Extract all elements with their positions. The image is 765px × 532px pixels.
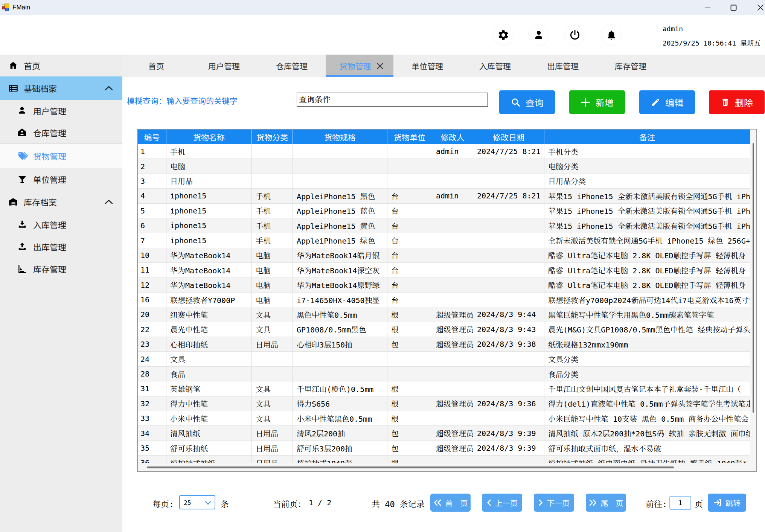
table-cell: iphone15 <box>166 189 252 203</box>
jump-button[interactable]: 跳转 <box>708 494 746 512</box>
table-cell: 超级管理员 <box>432 426 473 441</box>
profile-button[interactable] <box>528 24 549 46</box>
table-row[interactable]: 7iphone15手机AppleiPhone15 绿色台全新未激活美版有锁全网通… <box>138 233 750 248</box>
last-page-button[interactable]: 尾 页 <box>586 494 626 512</box>
search-label: 模糊查询：输入要查询的关键字 <box>127 95 238 106</box>
delete-button[interactable]: 删除 <box>709 90 765 114</box>
table-row[interactable]: 28食品食品分类 <box>138 367 750 381</box>
table-cell: 台 <box>387 218 432 233</box>
settings-button[interactable] <box>493 24 514 46</box>
sidebar: 首页基础档案用户管理仓库管理货物管理单位管理库存档案入库管理出库管理库存管理 <box>0 55 122 532</box>
goto-page-input[interactable] <box>669 496 691 510</box>
sidebar-item-3[interactable]: 仓库管理 <box>0 121 122 143</box>
tab-5[interactable]: 入库管理 <box>461 55 529 77</box>
table-cell: 苹果15 iPhone15 全新未激活美版有锁全网通5G手机 iPhon <box>544 189 750 203</box>
table-row[interactable]: 1手机admin2024/7/25 8:21手机分类 <box>138 144 750 159</box>
tab-3[interactable]: 货物管理 <box>326 55 393 77</box>
table-row[interactable]: 35舒可乐抽纸日用品舒可乐3层200抽包超级管理员2024/8/3 9:39舒可… <box>138 441 750 456</box>
table-row[interactable]: 24文具文具分类 <box>138 352 750 366</box>
table-cell: 台 <box>387 189 432 203</box>
maximize-button[interactable] <box>725 0 742 15</box>
table-row[interactable]: 12华为MateBook14电脑华为MateBook14原野绿台酷睿 Ultra… <box>138 278 750 293</box>
table-row[interactable]: 10华为MateBook14电脑华为MateBook14皓月银台酷睿 Ultra… <box>138 248 750 263</box>
table-cell <box>432 248 473 263</box>
tab-4[interactable]: 单位管理 <box>393 55 461 77</box>
table-cell: 台 <box>387 204 432 218</box>
next-page-button[interactable]: 下一页 <box>534 494 574 512</box>
table-cell: 苹果15 iPhone15 全新未激活美版有锁全网通5G手机 iPhon <box>544 218 750 233</box>
table-row[interactable]: 16联想拯救者Y7000P电脑i7-14650HX-4050独显台联想拯救者y7… <box>138 293 750 307</box>
table-row[interactable]: 23心相印抽纸日用品心相印3层150抽包超级管理员2024/8/3 9:38纸张… <box>138 337 750 352</box>
table-row[interactable]: 32得力中性笔文具得力S656根超级管理员2024/8/3 9:36得力(del… <box>138 396 750 411</box>
sidebar-item-4[interactable]: 货物管理 <box>0 143 122 168</box>
table-header-cell[interactable]: 货物单位 <box>387 130 432 144</box>
table-row[interactable]: 36植护挂式抽纸日用品植护挂式1040张提植护挂式抽纸 纸巾面巾纸 悬挂卫生纸抽… <box>138 456 750 463</box>
tab-1[interactable]: 用户管理 <box>190 55 258 77</box>
notifications-button[interactable] <box>601 24 622 46</box>
table-header-cell[interactable]: 修改日期 <box>473 130 544 144</box>
table-row[interactable]: 22晨光中性笔文具GP1008/0.5mm黑色根超级管理员2024/8/3 9:… <box>138 322 750 337</box>
table-cell: 20 <box>138 307 166 322</box>
logout-button[interactable] <box>564 24 585 46</box>
prev-page-button[interactable]: 上一页 <box>482 494 522 512</box>
chevron-down-icon <box>205 501 211 505</box>
table-row[interactable]: 31英雄钢笔文具千里江山(橙色)0.5mm根千里江山文创中国风复古笔记本本子礼盒… <box>138 381 750 396</box>
table-row[interactable]: 2电脑电脑分类 <box>138 159 750 174</box>
goto-label: 前往: <box>646 498 667 509</box>
table-header-cell[interactable]: 备注 <box>544 130 750 144</box>
edit-button[interactable]: 编辑 <box>639 90 695 114</box>
sidebar-item-5[interactable]: 单位管理 <box>0 168 122 190</box>
horizontal-scrollbar[interactable] <box>138 463 756 471</box>
table-row[interactable]: 6iphone15手机AppleiPhone15 黄色台苹果15 iPhone1… <box>138 218 750 233</box>
minimize-button[interactable] <box>699 0 716 15</box>
table-header-cell[interactable]: 货物名称 <box>166 130 252 144</box>
table-row[interactable]: 11华为MateBook14电脑华为MateBook14深空灰台酷睿 Ultra… <box>138 263 750 277</box>
current-page-value: 1 / 2 <box>309 498 331 507</box>
table-row[interactable]: 4iphone15手机AppleiPhone15 黑色台admin2024/7/… <box>138 189 750 203</box>
add-button[interactable]: 新增 <box>569 90 625 114</box>
table-cell: 电脑 <box>166 159 252 174</box>
table-cell: 华为MateBook14皓月银 <box>293 248 387 263</box>
table-header-cell[interactable]: 修改人 <box>432 130 473 144</box>
table-cell <box>252 174 293 189</box>
table-row[interactable]: 3日用品日用品分类 <box>138 174 750 189</box>
chevron-left-icon <box>486 499 491 506</box>
tab-7[interactable]: 库存管理 <box>597 55 664 77</box>
page-size-select[interactable]: 25 <box>179 495 215 509</box>
tab-label: 货物管理 <box>340 60 371 72</box>
query-button[interactable]: 查询 <box>499 90 555 114</box>
sidebar-item-0[interactable]: 首页 <box>0 55 122 76</box>
search-input[interactable] <box>297 93 488 107</box>
first-page-button[interactable]: 首 页 <box>430 494 471 512</box>
tab-close-button[interactable] <box>376 62 384 70</box>
sidebar-group-1[interactable]: 基础档案 <box>0 76 122 100</box>
sidebar-item-9[interactable]: 库存管理 <box>0 258 122 280</box>
table-cell <box>387 352 432 366</box>
table-row[interactable]: 5iphone15手机AppleiPhone15 蓝色台苹果15 iPhone1… <box>138 204 750 218</box>
sidebar-item-8[interactable]: 出库管理 <box>0 235 122 258</box>
table-cell: 根 <box>387 411 432 426</box>
table-header-cell[interactable]: 货物规格 <box>293 130 387 144</box>
sidebar-group-6[interactable]: 库存档案 <box>0 190 122 213</box>
table-cell: 22 <box>138 322 166 337</box>
sidebar-item-label: 入库管理 <box>33 218 66 230</box>
vertical-scrollbar[interactable] <box>750 130 756 463</box>
table-header-cell[interactable]: 编号 <box>138 130 166 144</box>
vertical-scrollbar-thumb[interactable] <box>753 143 754 413</box>
sidebar-item-2[interactable]: 用户管理 <box>0 100 122 121</box>
tab-2[interactable]: 仓库管理 <box>258 55 326 77</box>
table-row[interactable]: 33小米中性笔文具小米中性笔黑色0.5mm根小米巨能写中性笔 10支装 黑色 0… <box>138 411 750 426</box>
table-cell: 手机分类 <box>544 144 750 159</box>
table-cell: 纽赛中性笔 <box>166 307 252 322</box>
horizontal-scrollbar-thumb[interactable] <box>147 466 674 468</box>
table-header-cell[interactable]: 货物分类 <box>252 130 293 144</box>
table-cell: 千里江山文创中国风复古笔记本本子礼盒套装-千里江山（ <box>544 381 750 396</box>
table-cell: 根 <box>387 396 432 411</box>
tab-6[interactable]: 出库管理 <box>529 55 597 77</box>
table-row[interactable]: 34清风抽纸日用品清风2层200抽包超级管理员2024/8/3 9:39清风抽纸… <box>138 426 750 441</box>
table-row[interactable]: 20纽赛中性笔文具黑色中性笔0.5mm根超级管理员2024/8/3 9:44黑笔… <box>138 307 750 322</box>
tab-0[interactable]: 首页 <box>122 55 190 77</box>
table-cell <box>293 352 387 366</box>
sidebar-item-7[interactable]: 入库管理 <box>0 213 122 235</box>
close-button[interactable] <box>752 0 765 15</box>
